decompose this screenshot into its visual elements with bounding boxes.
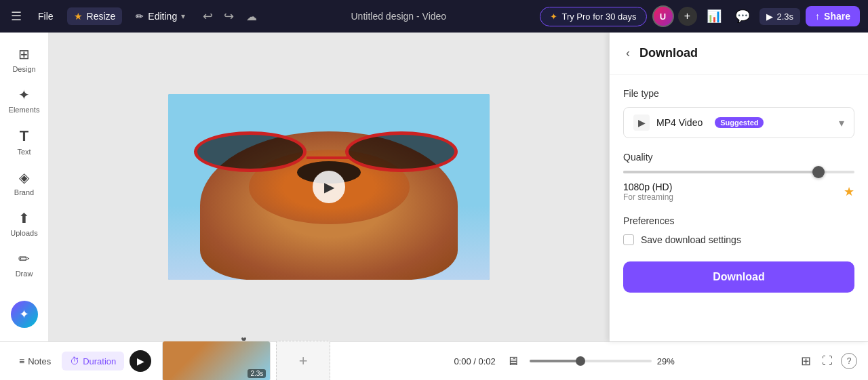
notes-label: Notes bbox=[28, 356, 51, 366]
crown-icon: ★ bbox=[74, 11, 83, 22]
brand-icon: ◈ bbox=[19, 169, 29, 186]
save-settings-row: Save download settings bbox=[623, 234, 854, 245]
save-settings-checkbox[interactable] bbox=[623, 234, 634, 245]
sidebar-item-draw[interactable]: ✏ Draw bbox=[3, 245, 46, 283]
play-bottom-button[interactable]: ▶ bbox=[130, 350, 151, 372]
share-button[interactable]: ↑ Share bbox=[806, 6, 860, 26]
topbar-left: ☰ File ★ Resize ✏ Editing ▾ ↩ ↪ ☁ bbox=[8, 6, 257, 26]
document-title: Untitled design - Video bbox=[262, 11, 534, 22]
sidebar-item-label: Brand bbox=[14, 188, 34, 196]
menu-icon[interactable]: ☰ bbox=[8, 6, 24, 26]
duration-icon: ⏱ bbox=[70, 356, 79, 366]
pro-label: Try Pro for 30 days bbox=[561, 12, 636, 22]
comments-button[interactable]: 💬 bbox=[731, 6, 754, 26]
file-button[interactable]: File bbox=[33, 8, 59, 24]
quality-section: Quality 1080p (HD) For streaming ★ bbox=[623, 152, 854, 202]
help-button[interactable]: ? bbox=[841, 353, 857, 369]
play-timer-button[interactable]: ▶ 2.3s bbox=[760, 8, 801, 25]
sidebar-item-text[interactable]: T Text bbox=[3, 122, 46, 161]
panel-title: Download bbox=[639, 46, 698, 60]
duration-label: Duration bbox=[83, 356, 116, 366]
add-page-button[interactable]: + bbox=[276, 341, 330, 380]
analytics-button[interactable]: 📊 bbox=[703, 6, 726, 26]
quality-slider[interactable] bbox=[623, 171, 854, 173]
text-icon: T bbox=[20, 127, 28, 145]
title-text: Untitled design - Video bbox=[351, 11, 447, 22]
share-label: Share bbox=[824, 11, 850, 22]
timecode: 0:00 / 0:02 bbox=[454, 356, 495, 366]
screen-icon[interactable]: 🖥 bbox=[507, 354, 519, 368]
play-controls: ▶ bbox=[130, 350, 151, 372]
play-icon: ▶ bbox=[766, 12, 773, 22]
sidebar-item-label: Design bbox=[12, 65, 35, 73]
video-play-button[interactable]: ▶ bbox=[313, 171, 345, 203]
zoom-percentage: 29% bbox=[657, 356, 675, 366]
magic-button[interactable]: ✦ bbox=[11, 301, 38, 328]
preferences-label: Preferences bbox=[623, 215, 854, 226]
sidebar-item-elements[interactable]: ✦ Elements bbox=[3, 81, 46, 119]
pro-button[interactable]: ✦ Try Pro for 30 days bbox=[540, 7, 646, 26]
sidebar-item-label: Elements bbox=[9, 106, 40, 114]
sidebar-item-label: Text bbox=[17, 148, 31, 156]
add-collaborator-button[interactable]: + bbox=[678, 7, 697, 26]
undo-redo-group: ↩ ↪ bbox=[199, 6, 238, 26]
notes-icon: ≡ bbox=[19, 356, 24, 366]
timeline-thumbnail[interactable]: 2.3s bbox=[162, 341, 271, 380]
sidebar-item-uploads[interactable]: ⬆ Uploads bbox=[3, 205, 46, 242]
main-layout: ⊞ Design ✦ Elements T Text ◈ Brand ⬆ Upl… bbox=[0, 33, 868, 341]
redo-button[interactable]: ↪ bbox=[220, 6, 238, 26]
resize-label: Resize bbox=[87, 11, 116, 22]
fullscreen-button[interactable]: ⛶ bbox=[819, 352, 835, 370]
sidebar-item-design[interactable]: ⊞ Design bbox=[3, 41, 46, 79]
zoom-slider[interactable] bbox=[530, 360, 652, 362]
undo-button[interactable]: ↩ bbox=[199, 6, 217, 26]
panel-body: File type ▶ MP4 Video Suggested ▾ Qualit… bbox=[610, 75, 868, 341]
quality-crown-icon: ★ bbox=[844, 184, 854, 199]
sidebar-item-label: Draw bbox=[16, 270, 33, 278]
zoom-control: 29% bbox=[530, 356, 675, 366]
bottom-bar: ≡ Notes ⏱ Duration ▶ ♥ 2.3s + 0:00 / 0:0… bbox=[0, 341, 868, 380]
editing-label: Editing bbox=[148, 11, 177, 22]
sidebar: ⊞ Design ✦ Elements T Text ◈ Brand ⬆ Upl… bbox=[0, 33, 49, 341]
back-button[interactable]: ‹ bbox=[623, 43, 633, 63]
download-panel: ‹ Download File type ▶ MP4 Video Suggest… bbox=[609, 33, 868, 341]
file-type-label: File type bbox=[623, 88, 854, 99]
cloud-save-button[interactable]: ☁ bbox=[246, 10, 257, 23]
draw-icon: ✏ bbox=[18, 251, 30, 267]
quality-subtitle: For streaming bbox=[623, 192, 673, 202]
duration-button[interactable]: ⏱ Duration bbox=[62, 352, 124, 371]
topbar-right: ✦ Try Pro for 30 days U + 📊 💬 ▶ 2.3s ↑ S… bbox=[540, 5, 860, 27]
slider-track bbox=[623, 171, 854, 173]
zoom-fill bbox=[530, 360, 578, 362]
file-type-selector[interactable]: ▶ MP4 Video Suggested ▾ bbox=[623, 107, 854, 138]
bottom-center: 0:00 / 0:02 🖥 29% bbox=[336, 354, 793, 368]
suggested-badge: Suggested bbox=[715, 117, 764, 128]
design-icon: ⊞ bbox=[18, 46, 30, 62]
star-icon: ✦ bbox=[550, 12, 557, 22]
quality-info: 1080p (HD) For streaming ★ bbox=[623, 182, 854, 202]
download-button[interactable]: Download bbox=[623, 261, 854, 293]
canvas-content: ▶ bbox=[168, 94, 490, 280]
help-icon: ? bbox=[847, 356, 852, 366]
resize-button[interactable]: ★ Resize bbox=[67, 7, 123, 25]
timeline-section: ♥ 2.3s + bbox=[157, 341, 330, 380]
save-settings-label[interactable]: Save download settings bbox=[641, 234, 741, 245]
canvas-area: ▶ bbox=[49, 33, 609, 341]
grid-view-button[interactable]: ⊞ bbox=[798, 351, 814, 371]
uploads-icon: ⬆ bbox=[18, 210, 30, 226]
thumb-duration: 2.3s bbox=[248, 369, 266, 378]
editing-button[interactable]: ✏ Editing ▾ bbox=[130, 7, 191, 25]
slider-thumb[interactable] bbox=[812, 166, 825, 178]
zoom-thumb[interactable] bbox=[576, 356, 585, 366]
slider-fill bbox=[623, 171, 820, 173]
avatar-area[interactable]: U + bbox=[652, 5, 697, 27]
notes-button[interactable]: ≡ Notes bbox=[11, 352, 59, 371]
sidebar-item-brand[interactable]: ◈ Brand bbox=[3, 164, 46, 202]
bottom-left: ≡ Notes ⏱ Duration bbox=[11, 352, 124, 371]
quality-resolution: 1080p (HD) bbox=[623, 182, 673, 192]
chevron-down-icon: ▾ bbox=[181, 12, 185, 21]
quality-text: 1080p (HD) For streaming bbox=[623, 182, 673, 202]
file-type-left: ▶ MP4 Video Suggested bbox=[633, 114, 764, 131]
file-type-text: MP4 Video bbox=[656, 117, 703, 128]
top-bar: ☰ File ★ Resize ✏ Editing ▾ ↩ ↪ ☁ Untitl… bbox=[0, 0, 868, 33]
